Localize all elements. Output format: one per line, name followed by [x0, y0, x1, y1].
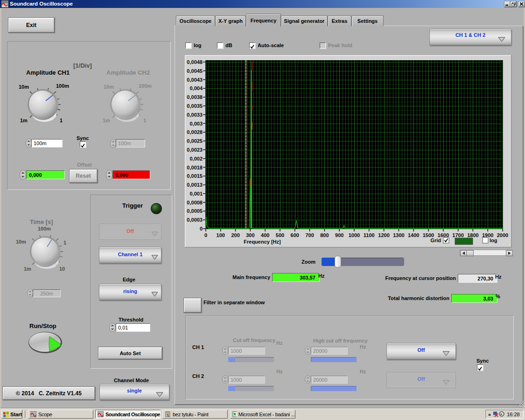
- svg-text:0,004: 0,004: [189, 85, 203, 91]
- svg-text:600: 600: [291, 232, 299, 238]
- svg-text:0,0038: 0,0038: [187, 94, 203, 100]
- svg-text:0,002: 0,002: [189, 156, 203, 161]
- svg-text:0,0025: 0,0025: [187, 138, 203, 144]
- svg-text:0,0018: 0,0018: [187, 165, 203, 170]
- svg-text:0,0043: 0,0043: [187, 77, 203, 83]
- svg-text:1400: 1400: [408, 232, 419, 238]
- svg-text:0,0045: 0,0045: [187, 68, 203, 74]
- svg-text:0,0033: 0,0033: [187, 112, 203, 118]
- svg-text:0,0013: 0,0013: [187, 182, 203, 188]
- svg-text:0,0048: 0,0048: [187, 59, 203, 65]
- svg-text:1200: 1200: [378, 232, 389, 238]
- svg-text:0,0028: 0,0028: [187, 129, 203, 135]
- svg-text:0: 0: [200, 226, 203, 231]
- svg-text:900: 900: [335, 232, 343, 238]
- svg-text:0: 0: [204, 232, 207, 238]
- svg-text:0,0005: 0,0005: [187, 208, 203, 214]
- svg-text:Frequency [Hz]: Frequency [Hz]: [244, 239, 281, 245]
- svg-text:800: 800: [320, 232, 329, 238]
- svg-text:1800: 1800: [467, 232, 478, 238]
- svg-text:0,0023: 0,0023: [187, 147, 203, 153]
- svg-text:0,001: 0,001: [189, 191, 203, 196]
- svg-text:1000: 1000: [349, 232, 360, 238]
- svg-text:500: 500: [276, 232, 284, 238]
- svg-text:log: log: [490, 238, 497, 243]
- svg-text:200: 200: [231, 232, 239, 238]
- svg-text:300: 300: [246, 232, 254, 238]
- svg-text:1700: 1700: [452, 232, 463, 238]
- svg-text:100: 100: [217, 232, 225, 238]
- svg-text:700: 700: [305, 232, 314, 238]
- svg-text:0,0008: 0,0008: [187, 200, 203, 205]
- svg-text:0,0015: 0,0015: [187, 173, 203, 179]
- svg-text:Grid: Grid: [430, 238, 441, 243]
- svg-text:2000: 2000: [497, 232, 508, 238]
- svg-text:0,0035: 0,0035: [187, 103, 203, 109]
- svg-text:0,003: 0,003: [189, 121, 203, 126]
- svg-text:1300: 1300: [393, 232, 404, 238]
- svg-text:0,0003: 0,0003: [187, 217, 203, 223]
- svg-text:400: 400: [261, 232, 269, 238]
- svg-text:1100: 1100: [364, 232, 375, 238]
